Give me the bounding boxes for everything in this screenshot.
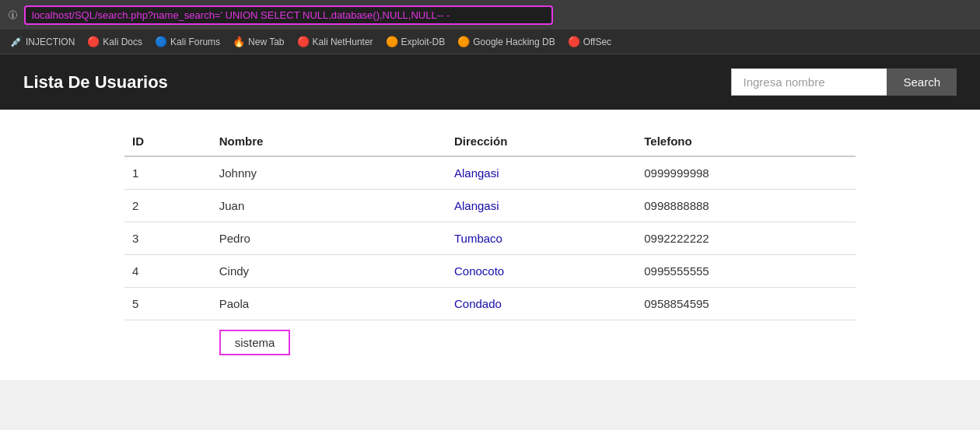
cell-id: 3: [124, 222, 212, 255]
users-table: ID Nombre Dirección Telefono 1 Johnny Al…: [124, 125, 856, 365]
search-button[interactable]: Search: [887, 68, 957, 96]
injection-result-value: sistema: [219, 330, 291, 355]
injection-empty-tel: [636, 320, 856, 365]
cell-nombre: Johnny: [212, 156, 446, 190]
kali-forums-icon: 🔵: [155, 36, 167, 47]
app-header: Lista De Usuarios Search: [0, 54, 980, 110]
injection-icon: 💉: [10, 36, 23, 47]
security-icon: 🛈: [8, 9, 18, 21]
cell-direccion: Alangasi: [446, 156, 636, 190]
bookmark-kali-nethunter[interactable]: 🔴 Kali NetHunter: [292, 33, 379, 50]
bookmarks-bar: 💉 INJECTION 🔴 Kali Docs 🔵 Kali Forums 🔥 …: [0, 30, 980, 54]
cell-id: 4: [124, 255, 212, 288]
bookmark-new-tab[interactable]: 🔥 New Tab: [227, 33, 289, 50]
google-hacking-icon: 🟠: [457, 36, 470, 47]
table-row: 5 Paola Condado 0958854595: [124, 288, 856, 320]
injection-empty-dir: [446, 320, 636, 365]
cell-telefono: 0992222222: [636, 222, 856, 255]
col-id: ID: [124, 125, 212, 156]
new-tab-icon: 🔥: [233, 36, 245, 47]
injection-empty-id: [124, 320, 212, 365]
search-input[interactable]: [731, 68, 887, 96]
cell-direccion: Conocoto: [446, 255, 636, 288]
bookmark-label: Kali Forums: [170, 37, 220, 47]
col-direccion: Dirección: [446, 125, 636, 156]
cell-direccion: Condado: [446, 288, 636, 320]
bookmark-label: Kali NetHunter: [313, 37, 373, 47]
table-row: 2 Juan Alangasi 0998888888: [124, 190, 856, 222]
bookmark-kali-docs[interactable]: 🔴 Kali Docs: [82, 33, 148, 50]
cell-nombre: Cindy: [212, 255, 446, 288]
bookmark-google-hacking[interactable]: 🟠 Google Hacking DB: [452, 33, 560, 50]
cell-telefono: 0999999998: [636, 156, 856, 190]
table-row: 1 Johnny Alangasi 0999999998: [124, 156, 856, 190]
browser-frame: 🛈 localhost/SQL/search.php?name_search='…: [0, 0, 980, 430]
search-area: Search: [731, 68, 957, 96]
bookmark-label: Google Hacking DB: [473, 37, 555, 47]
cell-direccion: Alangasi: [446, 190, 636, 222]
kali-docs-icon: 🔴: [87, 36, 100, 47]
bookmark-label: INJECTION: [26, 37, 75, 47]
exploit-db-icon: 🟠: [386, 36, 398, 47]
bookmark-label: Kali Docs: [103, 37, 142, 47]
address-bar: 🛈 localhost/SQL/search.php?name_search='…: [0, 0, 980, 30]
bookmark-label: Exploit-DB: [401, 37, 446, 47]
bookmark-offsec[interactable]: 🔴 OffSec: [562, 33, 617, 50]
table-header-row: ID Nombre Dirección Telefono: [124, 125, 856, 156]
cell-nombre: Juan: [212, 190, 446, 222]
page-content: Lista De Usuarios Search ID Nombre Direc…: [0, 54, 980, 430]
cell-telefono: 0958854595: [636, 288, 856, 320]
cell-id: 5: [124, 288, 212, 320]
table-row: 4 Cindy Conocoto 0995555555: [124, 255, 856, 288]
bookmark-injection[interactable]: 💉 INJECTION: [5, 33, 80, 50]
cell-id: 1: [124, 156, 212, 190]
bookmark-exploit-db[interactable]: 🟠 Exploit-DB: [380, 33, 451, 50]
injection-result-row: sistema: [124, 320, 856, 365]
cell-nombre: Paola: [212, 288, 446, 320]
table-row: 3 Pedro Tumbaco 0992222222: [124, 222, 856, 255]
page-title: Lista De Usuarios: [23, 72, 168, 93]
bookmark-kali-forums[interactable]: 🔵 Kali Forums: [149, 33, 226, 50]
table-container: ID Nombre Dirección Telefono 1 Johnny Al…: [0, 110, 980, 380]
bookmark-label: New Tab: [248, 37, 284, 47]
cell-direccion: Tumbaco: [446, 222, 636, 255]
cell-telefono: 0995555555: [636, 255, 856, 288]
cell-telefono: 0998888888: [636, 190, 856, 222]
cell-nombre: Pedro: [212, 222, 446, 255]
injection-result-cell: sistema: [212, 320, 446, 365]
bookmark-label: OffSec: [583, 37, 611, 47]
kali-nethunter-icon: 🔴: [297, 36, 310, 47]
col-telefono: Telefono: [636, 125, 856, 156]
cell-id: 2: [124, 190, 212, 222]
offsec-icon: 🔴: [568, 36, 580, 47]
col-nombre: Nombre: [212, 125, 446, 156]
url-bar[interactable]: localhost/SQL/search.php?name_search=' U…: [24, 5, 553, 25]
